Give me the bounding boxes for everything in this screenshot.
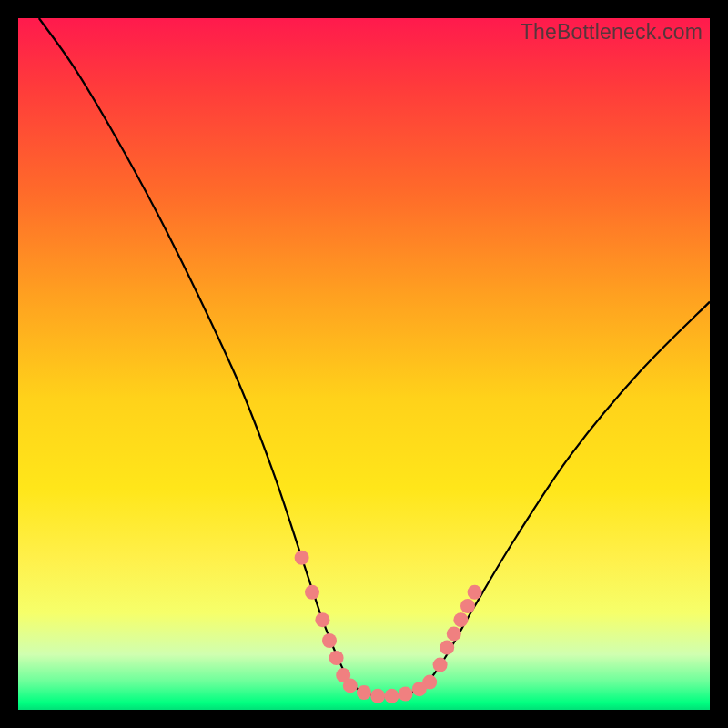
marker-dot — [322, 633, 337, 648]
marker-dot — [422, 675, 437, 690]
marker-dot — [460, 599, 475, 613]
marker-dots — [295, 551, 482, 703]
marker-dot — [329, 651, 344, 665]
marker-dot — [468, 585, 482, 600]
marker-dot — [357, 685, 371, 700]
marker-dot — [295, 551, 309, 565]
marker-dot — [447, 626, 461, 641]
bottleneck-curve — [39, 18, 710, 696]
chart-svg — [18, 18, 710, 710]
marker-dot — [399, 687, 413, 702]
chart-frame: TheBottleneck.com — [18, 18, 710, 710]
marker-dot — [440, 641, 454, 655]
marker-dot — [370, 689, 385, 703]
marker-dot — [343, 678, 358, 693]
marker-dot — [384, 689, 399, 703]
marker-dot — [433, 658, 448, 672]
marker-dot — [453, 612, 468, 627]
marker-dot — [315, 612, 329, 627]
marker-dot — [305, 585, 319, 600]
